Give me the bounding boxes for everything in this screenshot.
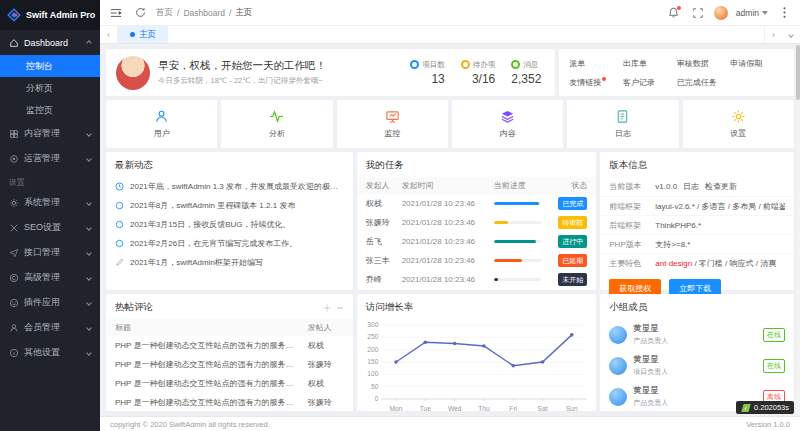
breadcrumb-dashboard[interactable]: Dashboard [183, 8, 225, 18]
svg-text:100: 100 [367, 370, 378, 377]
messages-ring-icon [511, 60, 520, 69]
sidebar-item-seo-settings[interactable]: SEO设置 [0, 215, 100, 240]
shortcut-analysis[interactable]: 分析 [221, 100, 332, 148]
board-icon [385, 109, 400, 124]
scrollbar[interactable] [796, 45, 800, 415]
sidebar-item-other-settings[interactable]: 其他设置 [0, 340, 100, 365]
comment-author: 张媛玲 [308, 397, 344, 408]
progress-bar [494, 221, 542, 224]
tab-home[interactable]: 主页 [118, 26, 168, 43]
quick-link-label: 友情链接 [569, 78, 601, 87]
sidebar-item-system-mgmt[interactable]: 系统管理 [0, 190, 100, 215]
sidebar-item-label: 控制台 [26, 60, 53, 73]
quick-link-customer-records[interactable]: 客户记录 [623, 77, 655, 88]
svg-text:0: 0 [374, 395, 378, 402]
comment-title[interactable]: PHP 是一种创建动态交互性站点的强有力的服务器端脚本语言 [115, 340, 308, 351]
sidebar-menu: Dashboard 控制台 分析页 监控页 内容管理 运营管理 设置 系统管理 … [0, 30, 100, 431]
stat-label: 消息 [523, 60, 538, 70]
chevron-up-icon [86, 40, 92, 46]
svg-text:Thu: Thu [478, 405, 490, 412]
quick-link-audit-data[interactable]: 审核数据 [677, 58, 709, 69]
shortcut-monitor[interactable]: 监控 [337, 100, 448, 148]
comment-row: PHP 是一种创建动态交互性站点的强有力的服务器端脚本语言 权栈 [106, 336, 353, 355]
progress-bar [494, 278, 542, 281]
changelog-link[interactable]: 日志 [683, 181, 699, 192]
user-menu[interactable]: admin [736, 8, 768, 18]
shortcut-content[interactable]: 内容 [452, 100, 563, 148]
shortcut-users[interactable]: 用户 [106, 100, 217, 148]
chevron-down-icon [86, 300, 92, 306]
copyright-icon [9, 273, 19, 283]
comment-title[interactable]: PHP 是一种创建动态交互性站点的强有力的服务器端脚本语言 [115, 359, 308, 370]
sidebar-item-console[interactable]: 控制台 [0, 55, 100, 77]
quick-link-outbound[interactable]: 出库单 [623, 58, 647, 69]
user-icon [9, 323, 19, 333]
shortcut-label: 设置 [730, 128, 746, 139]
gear-icon [731, 109, 746, 124]
member-status-badge: 在线 [763, 359, 785, 373]
quick-link-dispatch[interactable]: 派单 [569, 58, 585, 69]
shortcut-label: 监控 [384, 128, 400, 139]
thinkphp-leaf-icon [741, 404, 751, 412]
breadcrumb-separator: / [229, 8, 231, 18]
debug-trace-badge[interactable]: 0.202053s [736, 401, 794, 414]
sidebar-item-api-mgmt[interactable]: 接口管理 [0, 240, 100, 265]
svg-text:250: 250 [367, 333, 378, 340]
sidebar-item-plugin-apps[interactable]: 插件应用 [0, 290, 100, 315]
sidebar-item-member-mgmt[interactable]: 会员管理 [0, 315, 100, 340]
paper-plane-icon [9, 248, 19, 258]
quick-link-friend-links[interactable]: 友情链接 [569, 77, 606, 88]
red-dot-badge [602, 77, 606, 81]
svg-text:Mon: Mon [389, 405, 402, 412]
task-time: 2021/01/28 10:23:46 [402, 256, 494, 265]
refresh-icon[interactable] [132, 5, 148, 21]
collapse-sidebar-icon[interactable] [108, 5, 124, 21]
task-owner: 张媛玲 [366, 217, 402, 228]
news-item: 2021年底，swiftAdmin 1.3 发布，并发展成最受欢迎的极速开发框架… [106, 177, 353, 196]
sidebar-item-operation-mgmt[interactable]: 运营管理 [0, 146, 100, 171]
user-avatar[interactable] [714, 6, 728, 20]
line-chart: 050100150200250300MonTueWedThuFriSatSun [357, 319, 597, 415]
card-collapse-icon[interactable] [336, 304, 344, 312]
comment-title[interactable]: PHP 是一种创建动态交互性站点的强有力的服务器端脚本语言 [115, 378, 308, 389]
breadcrumb-home[interactable]: 首页 [156, 7, 173, 19]
check-update-link[interactable]: 检查更新 [705, 181, 737, 192]
comment-author: 权栈 [308, 378, 344, 389]
welcome-card: 早安，权栈，开始您一天的工作吧！ 今日多云转阴，18℃ - 22℃，出门记得穿外… [106, 49, 555, 96]
task-row: 乔峰 2021/01/28 10:23:46 未开始 [357, 270, 597, 289]
tab-scroll-right-icon[interactable]: › [764, 26, 782, 43]
tab-active-dot [130, 32, 135, 37]
quick-link-leave-request[interactable]: 申请假期 [730, 58, 762, 69]
version-label: 主要特色 [609, 258, 649, 269]
sidebar-item-content-mgmt[interactable]: 内容管理 [0, 121, 100, 146]
scrollbar-thumb[interactable] [796, 45, 800, 100]
tab-scroll-left-icon[interactable]: ‹ [100, 26, 118, 43]
comment-title[interactable]: PHP 是一种创建动态交互性站点的强有力的服务器端脚本语言 [115, 397, 308, 408]
sidebar-item-advanced-mgmt[interactable]: 高级管理 [0, 265, 100, 290]
comment-author: 张媛玲 [308, 359, 344, 370]
tasks-header-row: 发起人 发起时间 当前进度 状态 [357, 177, 597, 194]
fullscreen-icon[interactable] [690, 5, 706, 21]
news-item: 2021年2月26日，在元宵节编写完成发布工作。 [106, 234, 353, 253]
shortcut-settings[interactable]: 设置 [683, 100, 794, 148]
notification-bell-icon[interactable] [666, 5, 682, 21]
sidebar-item-monitor-page[interactable]: 监控页 [0, 99, 100, 121]
sidebar-item-dashboard[interactable]: Dashboard [0, 30, 100, 55]
more-vertical-icon[interactable] [776, 5, 792, 21]
target-icon [9, 154, 19, 164]
info-circle-icon [9, 348, 19, 358]
card-settings-icon[interactable] [323, 304, 331, 312]
clock-icon [115, 182, 124, 191]
tab-options-icon[interactable] [782, 26, 800, 43]
sidebar-item-analysis-page[interactable]: 分析页 [0, 77, 100, 99]
member-avatar [609, 388, 627, 406]
chevron-down-icon [86, 325, 92, 331]
document-icon [615, 109, 630, 124]
app-logo[interactable]: Swift Admin Pro [0, 0, 100, 30]
version-row: 主要特色 ant design / 零门槛 / 响应式 / 清爽 [600, 253, 794, 272]
shortcut-logs[interactable]: 日志 [567, 100, 678, 148]
team-member-row: 黄显显产品负责人 在线 [600, 319, 794, 350]
stat-todos: 待办项 3/16 [461, 60, 496, 86]
quick-link-done-tasks[interactable]: 已完成任务 [677, 77, 717, 88]
news-text: 2021年1月，swiftAdmin框架开始编写 [130, 257, 263, 268]
